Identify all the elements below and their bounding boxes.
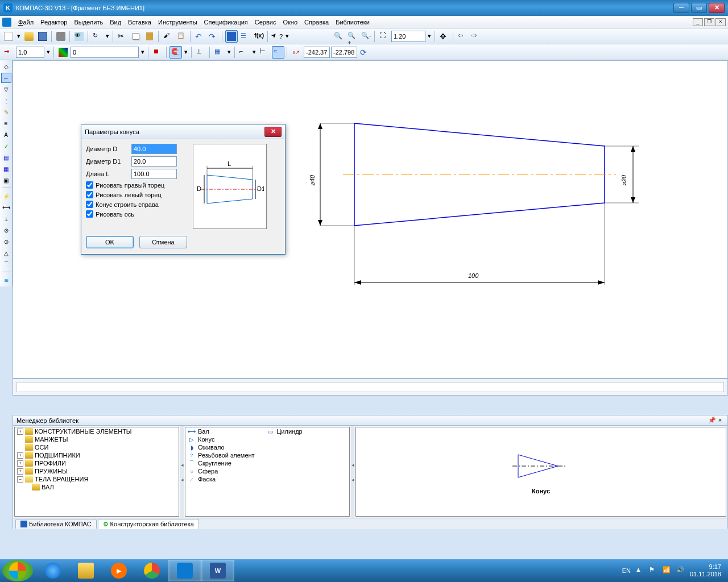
tool-a[interactable]: ⚡	[1, 191, 11, 201]
close-button[interactable]: ✕	[709, 3, 725, 13]
lib-list[interactable]: ⟷Вал ▷Конус ◗Оживало ⫯Резьбовой элемент …	[185, 427, 350, 517]
tool-g[interactable]: ⌒	[1, 259, 11, 269]
help-dropdown[interactable]: ▾	[284, 30, 290, 43]
chk-left-face[interactable]: Рисовать левый торец	[86, 191, 188, 198]
tray-clock[interactable]: 9:17 01.11.2018	[690, 563, 721, 578]
menu-window[interactable]: Окно	[279, 18, 301, 27]
lib-tree[interactable]: +КОНСТРУКТИВНЫЕ ЭЛЕМЕНТЫ МАНЖЕТЫ ОСИ +ПО…	[14, 427, 179, 517]
menu-select[interactable]: Выделить	[71, 18, 106, 27]
step-button[interactable]: ⇥	[2, 46, 15, 59]
splitter[interactable]	[351, 426, 354, 518]
input-d1[interactable]	[131, 156, 177, 167]
local-cs-dropdown[interactable]: ▾	[251, 46, 257, 59]
paste-button[interactable]	[143, 30, 156, 43]
help-cursor-button[interactable]: ?	[271, 30, 283, 43]
coord-y-input[interactable]	[331, 47, 357, 58]
cancel-button[interactable]: Отмена	[139, 236, 187, 248]
preview-button[interactable]: 👁	[73, 30, 85, 43]
reports-icon[interactable]: ▦	[1, 164, 11, 174]
menu-insert[interactable]: Вставка	[125, 18, 155, 27]
menu-service[interactable]: Сервис	[251, 18, 280, 27]
pan-button[interactable]	[438, 30, 450, 43]
marks2-icon[interactable]: ⋮	[1, 95, 11, 106]
menu-spec[interactable]: Спецификация	[201, 18, 251, 27]
zoom-dropdown[interactable]: ▾	[427, 30, 432, 43]
spec-icon[interactable]: ▤	[1, 152, 11, 163]
menu-help[interactable]: Справка	[301, 18, 332, 27]
tray-vol-icon[interactable]: 🔊	[676, 566, 685, 575]
zoom-out-button[interactable]: 🔍-	[359, 30, 372, 43]
zoom-fit-button[interactable]: ⛶	[378, 30, 390, 43]
menu-libs[interactable]: Библиотеки	[332, 18, 373, 27]
task-chrome[interactable]	[135, 560, 168, 581]
tool-f[interactable]: △	[1, 248, 11, 258]
tool-d[interactable]: ⊘	[1, 225, 11, 235]
maximize-button[interactable]: ▭	[691, 3, 707, 13]
tray-net-icon[interactable]: 📶	[663, 566, 672, 575]
menu-view[interactable]: Вид	[106, 18, 125, 27]
tray-lang[interactable]: EN	[622, 567, 631, 574]
edit-icon[interactable]: ✎	[1, 107, 11, 117]
menu-editor[interactable]: Редактор	[37, 18, 71, 27]
copy-props-button[interactable]: 🖌	[162, 30, 174, 43]
marks-icon[interactable]: ▽	[1, 84, 11, 94]
dimensions-icon[interactable]: ↔	[1, 73, 11, 83]
minimize-button[interactable]: ─	[673, 3, 689, 13]
tool-h[interactable]: ≋	[1, 275, 11, 285]
repeat-dropdown[interactable]: ▾	[105, 30, 110, 43]
copy-button[interactable]	[130, 30, 142, 43]
variables-button[interactable]	[239, 30, 251, 43]
local-cs-button[interactable]: ⌐	[238, 46, 250, 59]
zoom-in-button[interactable]: 🔍+	[346, 30, 358, 43]
undo-button[interactable]	[193, 30, 206, 43]
tray-flag-icon[interactable]: ⚑	[649, 566, 658, 575]
chk-cone-right[interactable]: Конус строить справа	[86, 201, 188, 208]
mdi-restore[interactable]: ❐	[704, 18, 714, 26]
param-button[interactable]: ⊥	[195, 46, 207, 59]
mdi-min[interactable]: _	[693, 18, 703, 26]
lib-tab-constructor[interactable]: ⚙Конструкторская библиотека	[98, 519, 199, 529]
pin-icon[interactable]: 📌	[708, 417, 716, 425]
redo-button[interactable]	[207, 30, 220, 43]
input-l[interactable]	[131, 169, 177, 179]
menu-file[interactable]: Файл	[15, 18, 37, 27]
dialog-close-button[interactable]: ✕	[264, 127, 282, 137]
splitter[interactable]	[180, 426, 184, 518]
measure-icon[interactable]: A	[1, 130, 11, 140]
step-dropdown[interactable]: ▾	[46, 46, 51, 59]
libmgr-title[interactable]: Менеджер библиотек 📌 ×	[13, 415, 727, 426]
libmgr-close-icon[interactable]: ×	[716, 417, 724, 425]
refresh-button[interactable]	[358, 46, 371, 59]
menu-tools[interactable]: Инструменты	[155, 18, 201, 27]
lib-tab-kompas[interactable]: Библиотеки КОМПАС	[15, 519, 97, 529]
libmgr-button[interactable]	[225, 30, 238, 43]
snap-dropdown[interactable]: ▾	[183, 46, 189, 59]
round-button[interactable]: ≈	[272, 46, 284, 59]
dialog-titlebar[interactable]: Параметры конуса ✕	[81, 124, 285, 139]
next-view-button[interactable]: ⇨	[470, 30, 482, 43]
geometry-icon[interactable]: ◇	[1, 61, 11, 72]
grid-dropdown[interactable]: ▾	[226, 46, 232, 59]
snap-button[interactable]: 🧲	[169, 46, 182, 59]
coord-x-input[interactable]	[304, 47, 330, 58]
task-word[interactable]: W	[201, 560, 234, 581]
chk-right-face[interactable]: Рисовать правый торец	[86, 181, 188, 189]
param-icon[interactable]: ≡	[1, 118, 11, 128]
layer-input[interactable]	[71, 47, 139, 58]
new-doc-button[interactable]	[2, 30, 15, 43]
task-kompas[interactable]	[168, 560, 201, 581]
save-button[interactable]	[36, 30, 49, 43]
mdi-close[interactable]: ×	[715, 18, 726, 26]
ok-button[interactable]: OK	[86, 236, 134, 248]
fx-button[interactable]: f(x)	[253, 30, 265, 43]
task-ie[interactable]	[36, 560, 69, 581]
step-input[interactable]	[16, 47, 44, 58]
chk-draw-axis[interactable]: Рисовать ось	[86, 210, 188, 218]
insert-icon[interactable]: ▣	[1, 175, 11, 185]
task-media[interactable]: ▶	[102, 560, 135, 581]
select-icon[interactable]: ✓	[1, 141, 11, 151]
open-button[interactable]	[23, 30, 35, 43]
ortho-button[interactable]: ⊢	[258, 46, 271, 59]
start-button[interactable]	[2, 560, 33, 581]
repeat-button[interactable]: ↻	[91, 30, 104, 43]
